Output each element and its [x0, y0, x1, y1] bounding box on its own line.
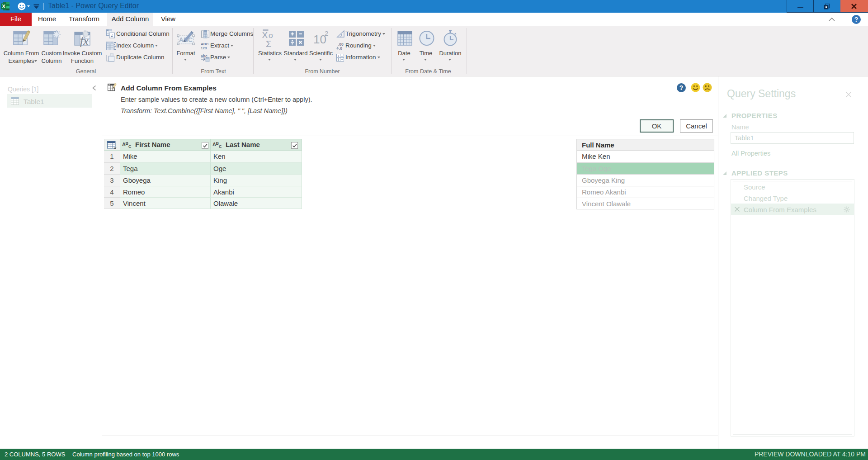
svg-text:X: X [2, 4, 5, 9]
svg-text:C: C [128, 144, 132, 149]
svg-text:3: 3 [338, 58, 340, 61]
svg-text:C: C [219, 144, 222, 149]
svg-text:Σ: Σ [266, 39, 271, 47]
svg-text:+: + [341, 58, 343, 61]
svg-text:–: – [341, 54, 343, 57]
svg-text:1: 1 [338, 54, 340, 57]
svg-text:2: 2 [325, 29, 328, 37]
svg-text:.0: .0 [339, 46, 342, 50]
svg-text:ABC: ABC [201, 42, 209, 46]
svg-text:≠: ≠ [111, 33, 113, 38]
svg-text:fx: fx [80, 34, 89, 47]
svg-text:Χ: Χ [262, 30, 268, 40]
